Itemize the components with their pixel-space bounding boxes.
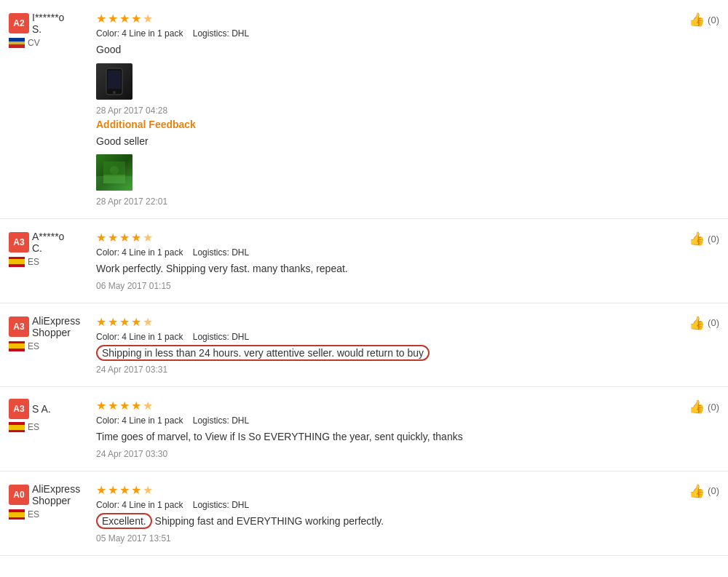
reviewer-col: A3 AliExpressShopper ES: [9, 315, 96, 375]
country-code: ES: [28, 257, 39, 267]
review-text: Shipping in less than 24 hours. very att…: [96, 346, 676, 361]
reviewer-col: A3 A*****oC. ES: [9, 231, 96, 291]
logistics-label: Logistics:: [193, 247, 229, 258]
flag-row: ES: [9, 257, 96, 267]
username: A*****oC.: [32, 231, 64, 254]
review-date: 24 Apr 2017 03:31: [96, 365, 676, 375]
reviewer-avatar: A3: [9, 317, 29, 337]
color-label: Color:: [96, 500, 119, 510]
review-text: Time goes of marvel, to View if Is So EV…: [96, 430, 676, 445]
star-full: ★: [108, 315, 118, 329]
reviewer-header: A3 AliExpressShopper: [9, 315, 96, 338]
star-full: ★: [131, 399, 141, 413]
logistics-label: Logistics:: [193, 332, 229, 342]
reviewer-avatar: A0: [9, 485, 29, 505]
reviews-container: A2 I******oS. CV ★★★★★ Color: 4 Line in …: [0, 0, 728, 556]
stars-row: ★★★★★: [96, 483, 676, 497]
thumbs-up-icon: 👍: [689, 483, 705, 499]
helpful-count: (0): [708, 234, 719, 244]
star-full: ★: [131, 12, 141, 25]
star-full: ★: [119, 315, 130, 329]
star-full: ★: [108, 12, 118, 25]
logistics-value: DHL: [232, 247, 249, 258]
star-half: ★: [143, 12, 153, 25]
reviewer-avatar: A2: [9, 13, 29, 33]
helpful-col[interactable]: 👍 (0): [689, 399, 719, 415]
flag-row: CV: [9, 38, 96, 48]
logistics-value: DHL: [232, 28, 249, 39]
review-item: A3 S A. ES ★★★★★ Color: 4 Line in 1 pack…: [0, 387, 728, 471]
star-half: ★: [143, 315, 153, 329]
reviewer-col: A0 AliExpressShopper ES: [9, 483, 96, 544]
review-content: ★★★★★ Color: 4 Line in 1 pack Logistics:…: [96, 231, 719, 291]
review-date: 05 May 2017 13:51: [96, 533, 676, 544]
star-full: ★: [96, 483, 106, 497]
helpful-count: (0): [708, 485, 719, 496]
circled-text: Shipping in less than 24 hours. very att…: [96, 345, 430, 361]
circled-text: Excellent.: [96, 513, 152, 529]
star-half: ★: [143, 483, 153, 497]
star-half: ★: [143, 231, 153, 244]
username: AliExpressShopper: [32, 483, 80, 506]
additional-feedback-text: Good seller: [96, 135, 676, 149]
username: AliExpressShopper: [32, 315, 80, 338]
star-full: ★: [131, 315, 141, 329]
reviewer-avatar: A3: [9, 232, 29, 252]
reviewer-col: A2 I******oS. CV: [9, 12, 96, 207]
color-label: Color:: [96, 332, 119, 342]
star-half: ★: [143, 399, 153, 413]
logistics-value: DHL: [232, 500, 249, 510]
stars-row: ★★★★★: [96, 12, 676, 25]
reviewer-header: A2 I******oS.: [9, 12, 96, 35]
review-item: A0 AliExpressShopper ES ★★★★★ Color: 4 L…: [0, 471, 728, 556]
reviewer-header: A0 AliExpressShopper: [9, 483, 96, 506]
thumbs-up-icon: 👍: [689, 231, 705, 247]
color-label: Color:: [96, 28, 119, 39]
star-full: ★: [96, 399, 106, 413]
logistics-label: Logistics:: [193, 500, 229, 510]
helpful-col[interactable]: 👍 (0): [689, 483, 719, 499]
star-full: ★: [131, 483, 141, 497]
flag-icon: [9, 509, 25, 520]
additional-feedback-date: 28 Apr 2017 22:01: [96, 196, 676, 207]
review-date: 06 May 2017 01:15: [96, 281, 676, 291]
product-thumbnail-phone: [96, 63, 132, 100]
star-full: ★: [119, 12, 130, 25]
star-full: ★: [96, 231, 106, 244]
flag-row: ES: [9, 422, 96, 432]
color-value: 4 Line in 1 pack: [122, 415, 183, 426]
reviewer-avatar: A3: [9, 399, 29, 419]
review-meta: Color: 4 Line in 1 pack Logistics: DHL: [96, 247, 676, 258]
review-meta: Color: 4 Line in 1 pack Logistics: DHL: [96, 28, 676, 39]
color-label: Color:: [96, 247, 119, 258]
helpful-count: (0): [708, 317, 719, 328]
reviewer-header: A3 S A.: [9, 399, 96, 419]
helpful-col[interactable]: 👍 (0): [689, 315, 719, 331]
color-value: 4 Line in 1 pack: [122, 247, 183, 258]
review-item: A3 AliExpressShopper ES ★★★★★ Color: 4 L…: [0, 303, 728, 388]
review-date: 24 Apr 2017 03:30: [96, 449, 676, 459]
additional-feedback-label: Additional Feedback: [96, 119, 676, 130]
review-content: ★★★★★ Color: 4 Line in 1 pack Logistics:…: [96, 315, 719, 375]
svg-point-2: [113, 91, 116, 94]
flag-icon: [9, 38, 25, 48]
reviewer-col: A3 S A. ES: [9, 399, 96, 459]
svg-point-5: [110, 166, 119, 175]
flag-row: ES: [9, 341, 96, 351]
helpful-col[interactable]: 👍 (0): [689, 231, 719, 247]
review-meta: Color: 4 Line in 1 pack Logistics: DHL: [96, 500, 676, 510]
country-code: ES: [28, 422, 39, 432]
review-meta: Color: 4 Line in 1 pack Logistics: DHL: [96, 415, 676, 426]
helpful-col[interactable]: 👍 (0): [689, 12, 719, 28]
review-content: ★★★★★ Color: 4 Line in 1 pack Logistics:…: [96, 483, 719, 544]
logistics-label: Logistics:: [193, 415, 229, 426]
additional-feedback-section: Additional Feedback Good seller 28 Apr 2…: [96, 119, 676, 207]
logistics-value: DHL: [232, 415, 249, 426]
flag-icon: [9, 422, 25, 432]
star-full: ★: [131, 231, 141, 244]
thumbs-up-icon: 👍: [689, 399, 705, 415]
review-text: Work perfectly. Shipping very fast. many…: [96, 262, 676, 276]
star-full: ★: [96, 315, 106, 329]
thumbs-up-icon: 👍: [689, 315, 705, 331]
color-value: 4 Line in 1 pack: [122, 332, 183, 342]
